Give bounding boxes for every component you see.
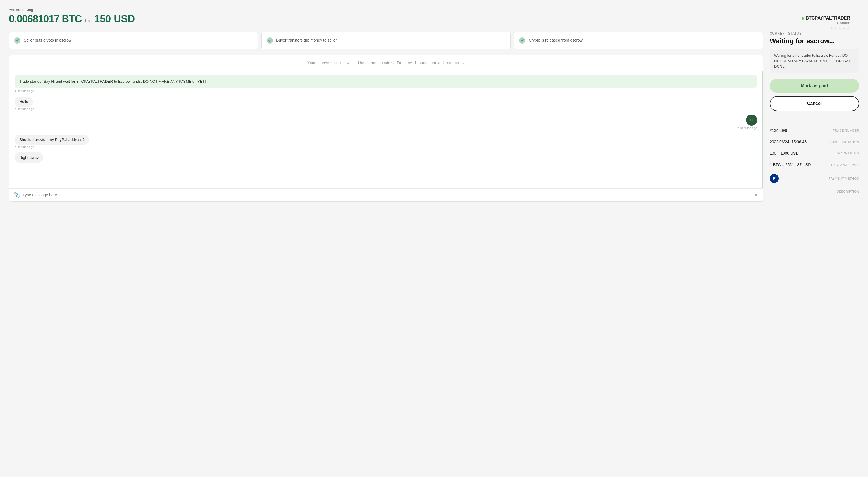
- payment-method-key: PAYMENT METHOD: [829, 177, 859, 180]
- message-rightaway: Right away: [15, 153, 757, 163]
- left-panel: Seller puts crypto in escrow Buyer trans…: [9, 32, 763, 202]
- right-panel: CURRENT STATUS Waiting for escrow... Wai…: [770, 32, 859, 197]
- trade-number-key: TRADE NUMBER: [833, 129, 859, 132]
- chat-input-bar: 📎 ➤: [9, 188, 763, 201]
- step-3-check: [519, 37, 525, 43]
- trade-details: #1348896 TRADE NUMBER 2022/06/24, 15:36:…: [770, 120, 859, 197]
- trade-initiation-key: TRADE INITIATION: [830, 140, 859, 144]
- system-message-time: 4 minutes ago: [15, 89, 757, 93]
- trade-number-row: #1348896 TRADE NUMBER: [770, 125, 859, 136]
- step-2-label: Buyer transfers the money to seller: [276, 38, 337, 43]
- scroll-indicator: [762, 71, 763, 188]
- message-paypal: Should I provide my PayPal address? 4 mi…: [15, 135, 757, 149]
- message-hello-time: 4 minutes ago: [15, 107, 757, 110]
- chat-messages[interactable]: Trade started. Say Hi and wait for BTCPA…: [9, 71, 763, 188]
- cancel-button[interactable]: Cancel: [770, 96, 859, 111]
- trade-limits-row: 100 – 1000 USD TRADE LIMITS: [770, 148, 859, 159]
- trade-initiation-value: 2022/06/24, 15:36:46: [770, 140, 807, 144]
- chat-notice: Your conversation with the other trader.…: [9, 55, 763, 71]
- exchange-rate-row: 1 BTC = 25611.87 USD EXCHANGE RATE: [770, 159, 859, 171]
- send-icon[interactable]: ➤: [754, 192, 758, 198]
- mark-as-paid-button[interactable]: Mark as paid: [770, 79, 859, 93]
- trader-name: BTCPAYPALTRADER: [802, 15, 850, 21]
- trader-location: Sweden: [802, 21, 850, 25]
- steps-container: Seller puts crypto in escrow Buyer trans…: [9, 32, 763, 50]
- attach-icon[interactable]: 📎: [14, 192, 20, 198]
- status-title: Waiting for escrow...: [770, 37, 859, 45]
- chat-panel: Your conversation with the other trader.…: [9, 55, 763, 202]
- buying-label: You are buying: [9, 8, 859, 12]
- btc-amount: 0.00681017 BTC: [9, 13, 82, 25]
- trade-initiation-row: 2022/06/24, 15:36:46 TRADE INITIATION: [770, 136, 859, 148]
- step-1-check: [14, 37, 21, 43]
- paypal-icon: P: [770, 174, 779, 183]
- buying-amount: 0.00681017 BTC for 150 USD: [9, 13, 859, 25]
- star-1: ★: [830, 26, 833, 30]
- step-3: Crypto is released from escrow: [514, 32, 763, 50]
- star-2: ★: [834, 26, 838, 30]
- for-label: for: [85, 18, 91, 24]
- current-status-label: CURRENT STATUS: [770, 32, 859, 35]
- usd-amount: 150 USD: [94, 13, 135, 25]
- step-3-label: Crypto is released from escrow: [529, 38, 583, 43]
- exchange-rate-key: EXCHANGE RATE: [831, 163, 859, 166]
- avatar-hi: HI: [746, 115, 757, 126]
- message-hello: Hello 4 minutes ago: [15, 97, 757, 110]
- payment-method-row: P PAYMENT METHOD: [770, 171, 859, 187]
- status-warning: Waiting for other trader to Escrow Funds…: [770, 49, 859, 73]
- step-2-check: [267, 37, 273, 43]
- page-header: You are buying 0.00681017 BTC for 150 US…: [9, 8, 859, 25]
- star-rating: ★ ★ ★ ★ ★: [802, 26, 850, 30]
- chat-input[interactable]: [23, 193, 751, 197]
- trader-info: BTCPAYPALTRADER Sweden ★ ★ ★ ★ ★: [802, 15, 850, 30]
- message-hi: HI 4 minutes ago: [15, 115, 757, 133]
- star-3: ★: [838, 26, 842, 30]
- trade-limits-key: TRADE LIMITS: [836, 152, 859, 155]
- step-2: Buyer transfers the money to seller: [261, 32, 510, 50]
- system-message: Trade started. Say Hi and wait for BTCPA…: [15, 75, 757, 88]
- bubble-paypal: Should I provide my PayPal address?: [15, 135, 89, 145]
- star-4: ★: [842, 26, 846, 30]
- bubble-rightaway: Right away: [15, 153, 43, 163]
- step-1: Seller puts crypto in escrow: [9, 32, 258, 50]
- trade-limits-value: 100 – 1000 USD: [770, 151, 799, 156]
- main-layout: Seller puts crypto in escrow Buyer trans…: [9, 32, 859, 202]
- message-hi-time: 4 minutes ago: [738, 126, 757, 130]
- online-indicator: [802, 17, 804, 20]
- star-5: ★: [846, 26, 850, 30]
- description-key: DESCRIPTION: [770, 187, 859, 197]
- step-1-label: Seller puts crypto in escrow: [24, 38, 71, 43]
- bubble-hello: Hello: [15, 97, 33, 107]
- trade-number-value: #1348896: [770, 128, 787, 133]
- exchange-rate-value: 1 BTC = 25611.87 USD: [770, 163, 811, 167]
- message-paypal-time: 4 minutes ago: [15, 145, 757, 149]
